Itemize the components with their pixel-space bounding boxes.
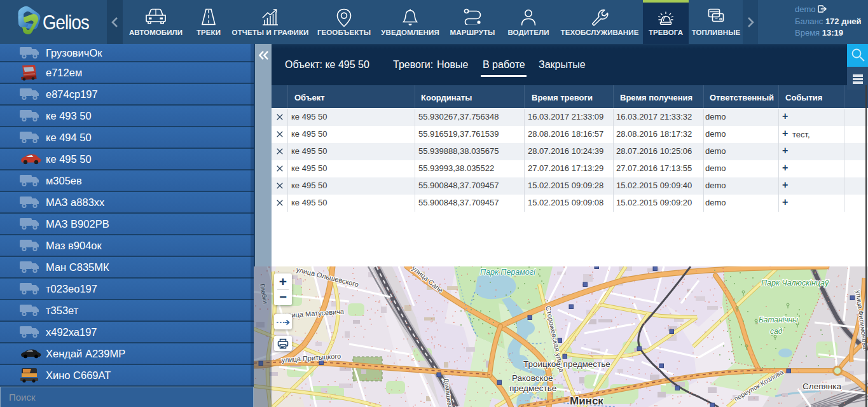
- svg-text:предместье: предместье: [509, 383, 556, 393]
- svg-text:Батанічны: Батанічны: [759, 315, 798, 324]
- svg-text:Парк Перамогі: Парк Перамогі: [480, 268, 536, 277]
- svg-text:Слепянка: Слепянка: [803, 382, 841, 391]
- svg-text:Минск: Минск: [570, 395, 603, 407]
- svg-text:Раковское: Раковское: [512, 373, 553, 383]
- svg-text:Парк Чалюскінцаў: Парк Чалюскінцаў: [761, 279, 829, 287]
- svg-text:сад: сад: [770, 327, 783, 336]
- svg-text:Троицкое предместье: Троицкое предместье: [523, 359, 610, 369]
